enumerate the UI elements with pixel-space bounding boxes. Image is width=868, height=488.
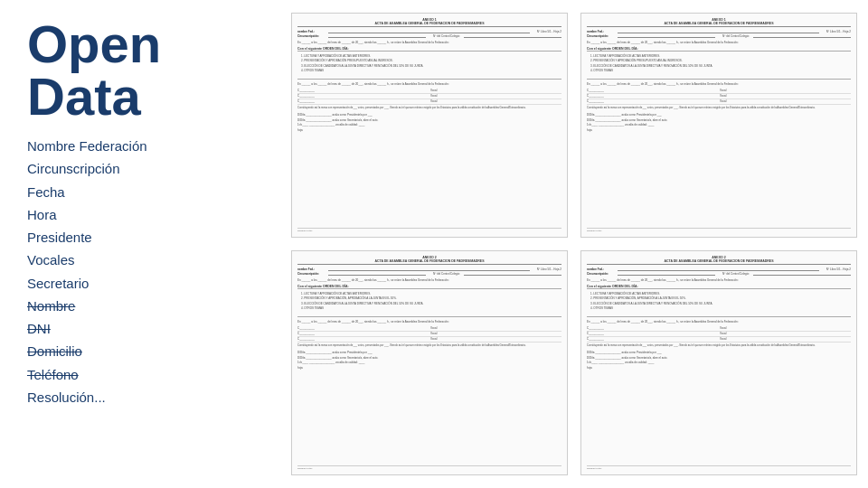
document-top-left: ANEXO 1ACTA DE ASAMBLEA GENERAL DE FEDER… bbox=[288, 9, 571, 241]
document-bottom-left: ANEXO 2ACTA DE ASAMBLEA GENERAL DE FEDER… bbox=[288, 247, 571, 479]
field-item-6: Secretario bbox=[27, 273, 253, 294]
field-item-11: Resolución... bbox=[27, 387, 253, 408]
field-item-9: Domicilio bbox=[27, 341, 253, 361]
field-item-2: Fecha bbox=[27, 182, 253, 202]
doc-header: ANEXO 2ACTA DE ASAMBLEA GENERAL DE FEDER… bbox=[297, 256, 561, 265]
document-bottom-right: ANEXO 2ACTA DE ASAMBLEA GENERAL DE FEDER… bbox=[577, 247, 861, 479]
field-item-0: Nombre Federación bbox=[27, 136, 253, 156]
doc-header: ANEXO 1ACTA DE ASAMBLEA GENERAL DE FEDER… bbox=[297, 18, 561, 27]
doc-header: ANEXO 2ACTA DE ASAMBLEA GENERAL DE FEDER… bbox=[587, 256, 851, 265]
right-panel: ANEXO 1ACTA DE ASAMBLEA GENERAL DE FEDER… bbox=[280, 0, 868, 488]
doc-header: ANEXO 1ACTA DE ASAMBLEA GENERAL DE FEDER… bbox=[587, 18, 851, 27]
field-item-8: DNI bbox=[27, 318, 253, 339]
field-item-3: Hora bbox=[27, 204, 253, 225]
field-item-10: Teléfono bbox=[27, 364, 253, 385]
field-item-1: Circunscripción bbox=[27, 158, 253, 179]
document-top-right: ANEXO 1ACTA DE ASAMBLEA GENERAL DE FEDER… bbox=[577, 9, 861, 241]
field-item-4: Presidente bbox=[27, 227, 253, 248]
field-item-7: Nombre bbox=[27, 296, 253, 316]
app-title: Open Data bbox=[27, 18, 253, 123]
field-list: Nombre FederaciónCircunscripciónFechaHor… bbox=[27, 136, 253, 408]
left-panel: Open Data Nombre FederaciónCircunscripci… bbox=[0, 0, 280, 488]
field-item-5: Vocales bbox=[27, 249, 253, 270]
